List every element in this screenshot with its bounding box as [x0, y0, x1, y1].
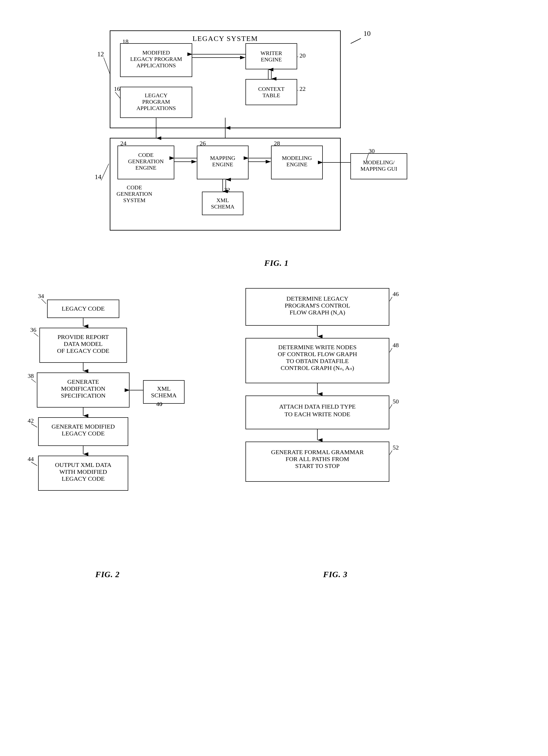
code-gen-engine-line2: GENERATION: [128, 158, 163, 165]
generate-formal-line2: FOR ALL PATHS FROM: [286, 456, 349, 462]
modified-legacy-line1: MODIFIED: [142, 49, 170, 56]
generate-modified-line1: GENERATE MODIFIED: [51, 423, 115, 430]
svg-line-42: [390, 348, 392, 352]
xml-schema-line2: SCHEMA: [211, 203, 234, 210]
legacy-system-title: LEGACY SYSTEM: [192, 35, 258, 42]
code-gen-engine-line3: ENGINE: [135, 165, 156, 171]
determine-legacy-line3: FLOW GRAPH (N,A): [290, 309, 345, 316]
page-wrapper: 10 LEGACY SYSTEM 12 MODIFIED LEGACY PROG…: [20, 15, 532, 579]
num-10-label: 10: [364, 29, 371, 37]
generate-mod-spec-line2: MODIFICATION: [61, 385, 105, 392]
num-38-label: 38: [28, 372, 34, 379]
modeling-mapping-gui-line1: MODELING/: [363, 159, 395, 166]
fig1-caption: FIG. 1: [264, 258, 289, 268]
svg-line-9: [115, 92, 120, 98]
attach-data-line2: TO EACH WRITE NODE: [285, 411, 350, 418]
determine-write-line2: OF CONTROL FLOW GRAPH: [278, 351, 357, 357]
svg-line-44: [390, 404, 392, 409]
legacy-program-line3: APPLICATIONS: [136, 105, 176, 111]
fig1-section: 10 LEGACY SYSTEM 12 MODIFIED LEGACY PROG…: [20, 15, 532, 268]
determine-legacy-line1: DETERMINE LEGACY: [287, 295, 348, 302]
fig2-diagram: 34 LEGACY CODE 36 PROVIDE REPORT DATA MO…: [20, 281, 194, 562]
generate-mod-spec-line1: GENERATE: [67, 378, 99, 385]
legacy-system-box: [110, 31, 341, 128]
num-12-label: 12: [97, 50, 104, 58]
xml-schema-fig2-line1: XML: [157, 385, 170, 392]
fig2-section: 34 LEGACY CODE 36 PROVIDE REPORT DATA MO…: [20, 281, 194, 579]
generate-modified-line2: LEGACY CODE: [62, 430, 105, 437]
provide-report-line2: DATA MODEL: [64, 341, 103, 347]
legacy-program-line2: PROGRAM: [142, 98, 170, 105]
num-28-label: 28: [274, 140, 280, 147]
num-24-label: 24: [120, 140, 126, 147]
num-30-label: 30: [369, 148, 375, 154]
num-26-label: 26: [200, 140, 206, 147]
generate-formal-line3: START TO STOP: [295, 463, 340, 469]
svg-line-28: [41, 299, 46, 304]
xml-schema-line1: XML: [216, 197, 229, 203]
svg-line-0: [351, 38, 361, 43]
generate-formal-line1: GENERATE FORMAL GRAMMAR: [271, 449, 364, 455]
output-xml-line1: OUTPUT XML DATA: [55, 462, 112, 468]
writer-engine-line2: ENGINE: [261, 56, 282, 63]
modeling-engine-line1: MODELING: [282, 155, 312, 161]
svg-line-30: [34, 333, 38, 336]
provide-report-line3: OF LEGACY CODE: [57, 347, 109, 354]
modified-legacy-line3: APPLICATIONS: [136, 62, 176, 69]
fig3-caption: FIG. 3: [323, 570, 348, 579]
svg-line-36: [31, 424, 37, 427]
num-34-label: 34: [38, 293, 44, 299]
legacy-code-text: LEGACY CODE: [62, 305, 105, 312]
figs-row: 34 LEGACY CODE 36 PROVIDE REPORT DATA MO…: [20, 281, 532, 579]
determine-write-line1: DETERMINE WRITE NODES: [278, 344, 357, 350]
fig3-diagram: DETERMINE LEGACY PROGRAM'S CONTROL FLOW …: [235, 281, 435, 562]
fig1-diagram: 10 LEGACY SYSTEM 12 MODIFIED LEGACY PROG…: [84, 15, 468, 251]
mapping-engine-line1: MAPPING: [210, 155, 235, 161]
num-36-label: 36: [30, 326, 36, 333]
svg-line-38: [31, 462, 37, 466]
xml-schema-fig2-line2: SCHEMA: [151, 392, 177, 399]
determine-legacy-line2: PROGRAM'S CONTROL: [285, 302, 350, 309]
num-40-label: 40: [156, 401, 162, 407]
num-52-label: 52: [393, 444, 399, 451]
mapping-engine-line2: ENGINE: [212, 161, 233, 168]
modified-legacy-line2: LEGACY PROGRAM: [130, 56, 182, 62]
determine-write-line3: TO OBTAIN DATAFILE: [286, 358, 349, 364]
writer-engine-line1: WRITER: [260, 50, 282, 56]
output-xml-line2: WITH MODIFIED: [59, 468, 107, 475]
num-46-label: 46: [393, 291, 399, 297]
svg-line-40: [390, 297, 392, 301]
num-44-label: 44: [28, 456, 34, 462]
svg-line-16: [101, 164, 109, 180]
fig2-caption: FIG. 2: [95, 570, 120, 579]
num-48-label: 48: [393, 342, 399, 348]
modeling-engine-line2: ENGINE: [287, 161, 308, 168]
num-18-label: 18: [122, 38, 128, 45]
fig3-section: DETERMINE LEGACY PROGRAM'S CONTROL FLOW …: [235, 281, 435, 579]
num-16-label: 16: [114, 85, 120, 92]
context-table-line1: CONTEXT: [258, 86, 285, 92]
num-14-label: 14: [95, 173, 101, 181]
num-42-label: 42: [28, 417, 34, 424]
context-table-line2: TABLE: [262, 92, 280, 98]
svg-line-1: [104, 58, 110, 74]
attach-data-line1: ATTACH DATA FIELD TYPE: [279, 403, 356, 410]
num-50-label: 50: [393, 398, 399, 405]
code-gen-system-line3: SYSTEM: [123, 197, 146, 203]
code-gen-system-line2: GENERATION: [116, 191, 152, 197]
generate-mod-spec-line3: SPECIFICATION: [61, 392, 106, 399]
provide-report-line1: PROVIDE REPORT: [58, 334, 109, 340]
svg-line-46: [390, 451, 392, 455]
code-gen-engine-line1: CODE: [138, 152, 153, 158]
output-xml-line3: LEGACY CODE: [62, 475, 105, 482]
code-gen-system-line1: CODE: [127, 184, 142, 191]
determine-write-line4: CONTROL GRAPH (Nₙ, Aₙ): [281, 365, 354, 371]
legacy-program-line1: LEGACY: [145, 92, 167, 98]
num-20-label: 20: [300, 52, 306, 59]
svg-line-32: [31, 379, 36, 382]
modeling-mapping-gui-line2: MAPPING GUI: [360, 166, 397, 172]
num-22-label: 22: [300, 85, 306, 92]
